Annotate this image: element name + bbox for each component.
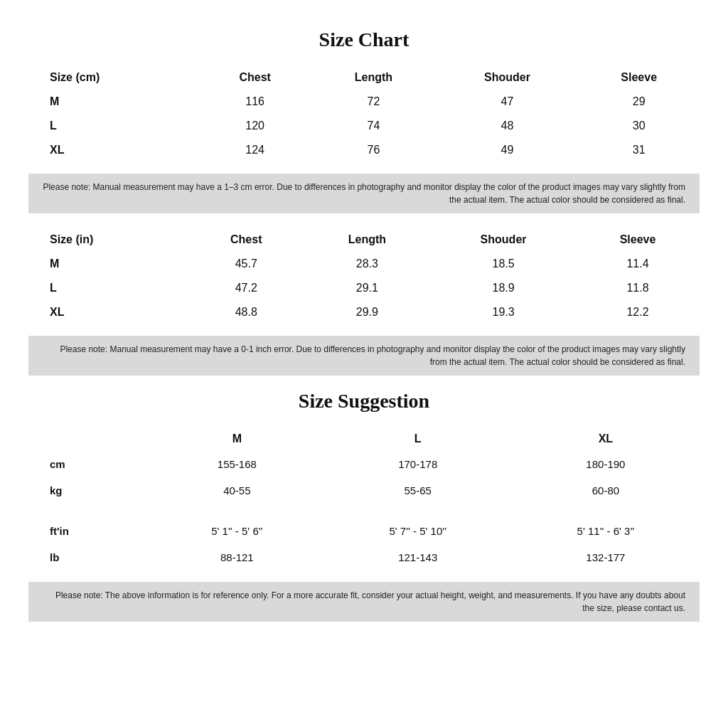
cm-cell-2-2: 76 — [311, 138, 436, 162]
sug-col-blank — [28, 427, 150, 451]
cm-col-size: Size (cm) — [28, 65, 199, 90]
sug-cell-3-2: 121-143 — [324, 544, 512, 570]
cm-note-box: Please note: Manual measurement may have… — [28, 174, 700, 213]
size-chart-title: Size Chart — [28, 28, 700, 51]
cm-table-row: XL124764931 — [28, 138, 700, 162]
sug-cell-2-2: 5' 7'' - 5' 10'' — [324, 518, 512, 544]
cm-cell-1-4: 30 — [578, 114, 700, 138]
in-cell-1-2: 29.1 — [304, 276, 432, 300]
in-table-row: M45.728.318.511.4 — [28, 252, 700, 276]
suggestion-table: M L XL cm155-168170-178180-190kg40-5555-… — [28, 427, 700, 570]
in-cell-0-3: 18.5 — [431, 252, 576, 276]
sug-cell-0-0: cm — [28, 451, 150, 477]
cm-cell-1-3: 48 — [436, 114, 578, 138]
in-cell-0-0: M — [28, 252, 189, 276]
suggestion-table-row: kg40-5555-6560-80 — [28, 477, 700, 504]
in-size-table: Size (in) Chest Length Shouder Sleeve M4… — [28, 228, 700, 324]
sug-cell-1-2: 55-65 — [324, 477, 512, 504]
cm-cell-0-3: 47 — [436, 90, 578, 114]
in-table-header-row: Size (in) Chest Length Shouder Sleeve — [28, 228, 700, 252]
sug-col-l: L — [324, 427, 512, 451]
sug-cell-0-3: 180-190 — [512, 451, 700, 477]
cm-cell-0-1: 116 — [199, 90, 311, 114]
in-cell-1-4: 11.8 — [576, 276, 700, 300]
sug-cell-1-1: 40-55 — [150, 477, 324, 504]
cm-col-sleeve: Sleeve — [578, 65, 700, 90]
in-cell-2-0: XL — [28, 300, 189, 324]
sug-cell-1-3: 60-80 — [512, 477, 700, 504]
sug-cell-1-0: kg — [28, 477, 150, 504]
cm-col-length: Length — [311, 65, 436, 90]
cm-cell-2-4: 31 — [578, 138, 700, 162]
cm-table-row: L120744830 — [28, 114, 700, 138]
suggestion-note-box: Please note: The above information is fo… — [28, 582, 700, 622]
sug-cell-3-1: 88-121 — [150, 544, 324, 570]
sug-cell-2-3: 5' 11'' - 6' 3'' — [512, 518, 700, 544]
sug-cell-0-1: 155-168 — [150, 451, 324, 477]
in-cell-0-1: 45.7 — [189, 252, 304, 276]
suggestion-table-row: lb88-121121-143132-177 — [28, 544, 700, 570]
in-cell-1-3: 18.9 — [431, 276, 576, 300]
in-cell-2-3: 19.3 — [431, 300, 576, 324]
cm-col-chest: Chest — [199, 65, 311, 90]
in-cell-2-4: 12.2 — [576, 300, 700, 324]
in-col-chest: Chest — [189, 228, 304, 252]
suggestion-header-row: M L XL — [28, 427, 700, 451]
cm-cell-0-4: 29 — [578, 90, 700, 114]
cm-cell-1-1: 120 — [199, 114, 311, 138]
cm-size-table: Size (cm) Chest Length Shouder Sleeve M1… — [28, 65, 700, 162]
cm-cell-0-2: 72 — [311, 90, 436, 114]
suggestion-table-row: cm155-168170-178180-190 — [28, 451, 700, 477]
sug-col-m: M — [150, 427, 324, 451]
suggestion-spacer-row — [28, 504, 700, 518]
cm-cell-1-2: 74 — [311, 114, 436, 138]
in-cell-0-4: 11.4 — [576, 252, 700, 276]
cm-table-row: M116724729 — [28, 90, 700, 114]
in-cell-2-2: 29.9 — [304, 300, 432, 324]
cm-cell-2-3: 49 — [436, 138, 578, 162]
in-col-size: Size (in) — [28, 228, 189, 252]
cm-cell-2-0: XL — [28, 138, 199, 162]
in-table-row: XL48.829.919.312.2 — [28, 300, 700, 324]
sug-cell-3-3: 132-177 — [512, 544, 700, 570]
in-cell-2-1: 48.8 — [189, 300, 304, 324]
in-col-shoulder: Shouder — [431, 228, 576, 252]
cm-cell-1-0: L — [28, 114, 199, 138]
suggestion-table-row: ft'in5' 1'' - 5' 6''5' 7'' - 5' 10''5' 1… — [28, 518, 700, 544]
cm-table-header-row: Size (cm) Chest Length Shouder Sleeve — [28, 65, 700, 90]
cm-cell-0-0: M — [28, 90, 199, 114]
sug-cell-2-0: ft'in — [28, 518, 150, 544]
in-table-row: L47.229.118.911.8 — [28, 276, 700, 300]
size-suggestion-title: Size Suggestion — [28, 390, 700, 413]
cm-cell-2-1: 124 — [199, 138, 311, 162]
sug-cell-0-2: 170-178 — [324, 451, 512, 477]
cm-col-shoulder: Shouder — [436, 65, 578, 90]
in-cell-1-0: L — [28, 276, 189, 300]
in-col-length: Length — [304, 228, 432, 252]
sug-col-xl: XL — [512, 427, 700, 451]
sug-cell-2-1: 5' 1'' - 5' 6'' — [150, 518, 324, 544]
in-note-box: Please note: Manual measurement may have… — [28, 336, 700, 376]
in-col-sleeve: Sleeve — [576, 228, 700, 252]
in-cell-1-1: 47.2 — [189, 276, 304, 300]
sug-cell-3-0: lb — [28, 544, 150, 570]
in-cell-0-2: 28.3 — [304, 252, 432, 276]
